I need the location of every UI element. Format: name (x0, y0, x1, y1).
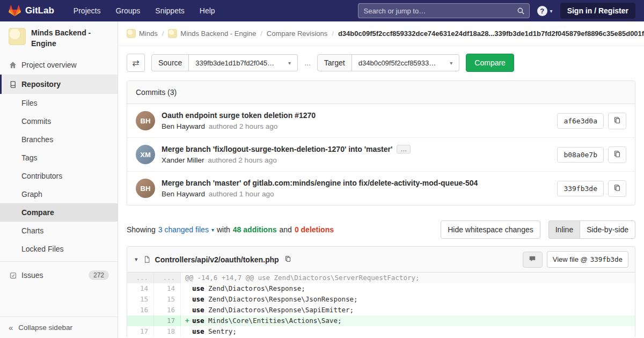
commit-title-link[interactable]: Oauth endpoint surge token deletion #127… (162, 111, 316, 120)
new-line-number[interactable]: 17 (154, 315, 181, 326)
copy-sha-button[interactable] (608, 146, 626, 163)
sidebar-item-files[interactable]: Files (0, 94, 118, 112)
target-ref-dropdown[interactable]: d34b0c09f5f2ccf85933… ▾ (352, 54, 460, 71)
issues-icon (9, 271, 17, 280)
old-line-number[interactable]: 14 (127, 283, 154, 294)
commit-title: Merge branch 'fix/logout-surge-token-del… (162, 145, 548, 153)
old-line-number[interactable]: 15 (127, 294, 154, 305)
diff-line: 15 15 useZend\Diactoros\Response\JsonRes… (127, 294, 635, 305)
main-content: Minds / Minds Backend - Engine / Compare… (118, 21, 644, 338)
commit-title-link[interactable]: Merge branch 'fix/logout-surge-token-del… (162, 145, 392, 153)
old-line-number[interactable] (127, 315, 154, 326)
sidebar-item-branches[interactable]: Branches (0, 130, 118, 149)
breadcrumb-separator: / (332, 30, 334, 38)
top-navbar: GitLab Projects Groups Snippets Help ? ▾ (0, 0, 644, 21)
changed-files-dropdown[interactable]: 3 changed files ▾ (158, 225, 214, 234)
range-separator: ... (304, 58, 311, 67)
sidebar-item-issues[interactable]: Issues 272 (0, 265, 118, 285)
deletions-count: 0 deletions (295, 225, 334, 234)
commit-author-link[interactable]: Xander Miller (162, 156, 204, 164)
old-line-number[interactable]: 17 (127, 326, 154, 337)
nav-snippets[interactable]: Snippets (155, 6, 184, 15)
sidebar-item-project-overview[interactable]: Project overview (0, 55, 118, 75)
swap-revisions-button[interactable]: ⇄ (127, 54, 145, 72)
copy-sha-button[interactable] (608, 113, 626, 129)
source-ref-dropdown[interactable]: 339fb3de1d1b7fd2f045… ▾ (189, 54, 298, 71)
inline-view-button[interactable]: Inline (548, 221, 580, 239)
commit-title: Merge branch 'master' of gitlab.com:mind… (162, 179, 548, 187)
breadcrumb-separator: / (260, 30, 262, 38)
commit-description-toggle[interactable]: … (397, 145, 411, 153)
project-avatar-small (168, 29, 177, 38)
diff-stats-bar: Showing 3 changed files ▾ with 48 additi… (127, 221, 635, 239)
sidebar-item-compare[interactable]: Compare (0, 203, 118, 222)
nav-projects[interactable]: Projects (74, 6, 101, 15)
new-line-number[interactable]: 16 (154, 305, 181, 315)
diff-hunk-row: ... ... @@ -14,6 +14,7 @@ use Zend\Diact… (127, 273, 635, 283)
commit-row: BH Oauth endpoint surge token deletion #… (127, 104, 635, 138)
commit-author-avatar[interactable]: XM (136, 145, 155, 164)
nav-groups[interactable]: Groups (115, 6, 140, 15)
toggle-file-comments-button[interactable] (523, 252, 543, 268)
nav-help[interactable]: Help (200, 6, 215, 15)
chevron-down-icon: ▾ (288, 60, 291, 66)
clipboard-icon (613, 184, 621, 193)
file-path[interactable]: Controllers/api/v2/oauth/token.php (155, 255, 279, 264)
sidebar-item-charts[interactable]: Charts (0, 222, 118, 240)
collapse-file-icon[interactable]: ▾ (134, 256, 139, 263)
code-line: useZend\Diactoros\Response\JsonResponse; (181, 294, 635, 305)
breadcrumb-group[interactable]: Minds (127, 29, 158, 38)
view-file-button[interactable]: View file @ 339fb3de (547, 251, 628, 268)
commit-row: BH Merge branch 'master' of gitlab.com:m… (127, 172, 635, 205)
collapse-sidebar-button[interactable]: « Collapse sidebar (0, 317, 118, 338)
repository-icon (9, 80, 17, 89)
source-label: Source (151, 54, 189, 71)
breadcrumb-project[interactable]: Minds Backend - Engine (168, 29, 256, 38)
compare-button[interactable]: Compare (466, 54, 514, 72)
commit-sha-link[interactable]: b08a0e7b (557, 147, 604, 163)
new-line-number[interactable]: 15 (154, 294, 181, 305)
project-name[interactable]: Minds Backend - Engine (31, 28, 109, 49)
home-icon (9, 61, 17, 69)
commits-panel-header: Commits (3) (127, 81, 635, 104)
sidebar-item-contributors[interactable]: Contributors (0, 167, 118, 185)
diff-table: ... ... @@ -14,6 +14,7 @@ use Zend\Diact… (127, 273, 635, 337)
clipboard-icon (613, 116, 621, 126)
commit-author-link[interactable]: Ben Hayward (162, 190, 205, 198)
commit-sha-link[interactable]: 339fb3de (557, 181, 604, 196)
gitlab-home-link[interactable]: GitLab (9, 5, 54, 17)
sidebar-item-repository[interactable]: Repository (0, 75, 118, 94)
copy-file-path-button[interactable] (283, 254, 292, 265)
sidebar-item-locked-files[interactable]: Locked Files (0, 240, 118, 258)
copy-sha-button[interactable] (608, 180, 626, 197)
chevron-down-icon: ▾ (550, 8, 553, 14)
side-by-side-view-button[interactable]: Side-by-side (580, 221, 635, 239)
search-input[interactable] (358, 7, 517, 15)
global-search-box[interactable] (358, 3, 530, 18)
expand-hunk-up[interactable]: ... (127, 273, 154, 283)
new-line-number[interactable]: 18 (154, 326, 181, 337)
sidebar-item-graph[interactable]: Graph (0, 185, 118, 203)
project-context-header: Minds Backend - Engine (0, 21, 118, 53)
commit-author-avatar[interactable]: BH (136, 179, 155, 198)
old-line-number[interactable]: 16 (127, 305, 154, 315)
hide-whitespace-button[interactable]: Hide whitespace changes (441, 221, 540, 239)
clipboard-icon (284, 255, 291, 264)
sign-in-register-button[interactable]: Sign in / Register (560, 3, 635, 19)
commit-author-link[interactable]: Ben Hayward (162, 122, 205, 130)
expand-hunk-down[interactable]: ... (154, 273, 181, 283)
navbar-right: ? ▾ Sign in / Register (358, 3, 635, 19)
sidebar-item-commits[interactable]: Commits (0, 112, 118, 130)
commit-title-link[interactable]: Merge branch 'master' of gitlab.com:mind… (162, 179, 478, 187)
help-dropdown[interactable]: ? ▾ (537, 6, 553, 16)
project-avatar[interactable] (9, 28, 26, 45)
commit-author-avatar[interactable]: BH (136, 111, 155, 130)
commit-sha-link[interactable]: af6e3d0a (557, 113, 604, 129)
breadcrumb-compare-revisions[interactable]: Compare Revisions (267, 30, 327, 38)
sidebar-item-tags[interactable]: Tags (0, 149, 118, 167)
comment-icon (529, 255, 536, 264)
new-line-number[interactable]: 14 (154, 283, 181, 294)
sidebar-nav: Project overview Repository Files Commit… (0, 55, 118, 285)
help-icon: ? (537, 6, 547, 16)
collapse-chevrons-icon: « (9, 324, 13, 332)
